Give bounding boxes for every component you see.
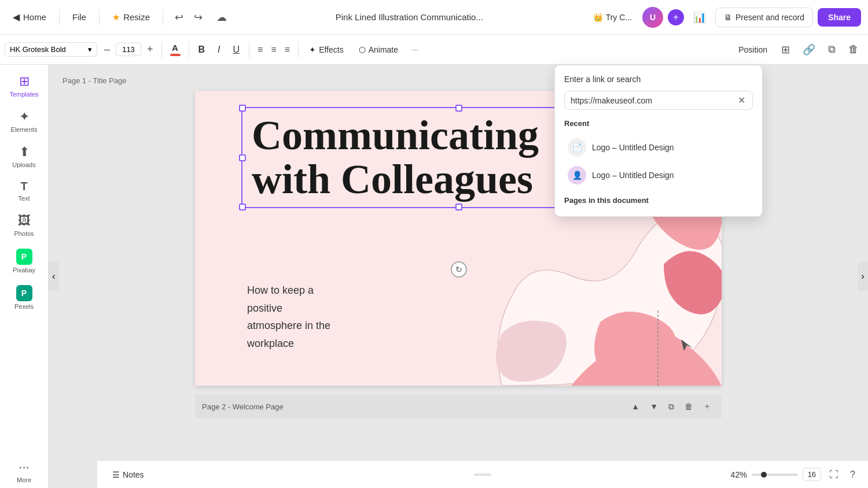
sidebar-item-label-more: More <box>17 476 31 483</box>
monitor-icon: 🖥 <box>724 13 732 22</box>
text-icon: T <box>20 180 27 193</box>
recent-section-title: Recent <box>564 119 753 128</box>
fullscreen-button[interactable]: ⛶ <box>826 467 842 482</box>
try-button[interactable]: 👑 Try C... <box>587 9 638 25</box>
delete-button[interactable]: 🗑 <box>844 41 863 58</box>
increase-size-button[interactable]: + <box>144 42 157 57</box>
zoom-track[interactable] <box>752 474 798 476</box>
share-button[interactable]: Share <box>818 8 861 27</box>
page2-area: Page 2 - Welcome Page ▲ ▼ ⧉ 🗑 ＋ <box>195 395 722 418</box>
sidebar-item-pixabay[interactable]: P Pixabay <box>3 244 46 278</box>
align-justify-button[interactable]: ≡ <box>281 42 293 57</box>
scroll-left[interactable]: ‹ <box>49 262 59 291</box>
notes-button[interactable]: ☰ Notes <box>106 467 150 482</box>
nav-divider <box>59 9 60 25</box>
sidebar-item-uploads[interactable]: ⬆ Uploads <box>3 140 46 173</box>
align-buttons: ≡ ≡ ≡ <box>254 42 293 57</box>
nav-divider2 <box>99 9 100 25</box>
star-icon: ★ <box>112 12 120 23</box>
subtitle-text: How to keep a positive atmosphere in the… <box>247 282 330 352</box>
sidebar-item-more[interactable]: ··· More <box>3 455 46 488</box>
undo-redo-group: ↩ ↪ <box>170 8 207 27</box>
toolbar-divider1 <box>161 42 162 58</box>
uploads-icon: ⬆ <box>19 145 30 160</box>
sidebar-item-text[interactable]: T Text <box>3 175 46 206</box>
handle-lm[interactable] <box>239 154 246 161</box>
handle-bm[interactable] <box>455 204 462 210</box>
file-button[interactable]: File <box>67 9 92 25</box>
home-button[interactable]: ◀ Home <box>7 8 52 26</box>
recent-item-2[interactable]: 👤 Logo – Untitled Design <box>564 161 753 189</box>
analytics-button[interactable]: 📊 <box>689 8 711 27</box>
decrease-size-button[interactable]: – <box>101 42 113 57</box>
help-button[interactable]: ? <box>847 467 859 482</box>
handle-tl[interactable] <box>239 105 246 112</box>
page-add-button[interactable]: ＋ <box>700 400 715 413</box>
more-toolbar-button[interactable]: ··· <box>407 43 423 56</box>
font-selector[interactable]: HK Grotesk Bold ▾ <box>5 42 97 57</box>
scroll-right[interactable]: › <box>858 262 868 291</box>
link-button[interactable]: 🔗 <box>798 41 820 58</box>
recent-item-1[interactable]: 📄 Logo – Untitled Design <box>564 134 753 161</box>
text-color-button[interactable]: A <box>167 42 184 57</box>
handle-bl[interactable] <box>239 204 246 210</box>
toolbar-divider2 <box>189 42 189 58</box>
page-up-button[interactable]: ▲ <box>628 400 643 413</box>
page-down-button[interactable]: ▼ <box>646 400 661 413</box>
page2-label: Page 2 - Welcome Page <box>202 402 284 411</box>
zoom-level: 42% <box>731 470 747 479</box>
page-delete-button[interactable]: 🗑 <box>681 400 696 413</box>
link-input-row: ✕ <box>564 91 753 110</box>
recent-item-2-label: Logo – Untitled Design <box>592 171 674 180</box>
align-center-button[interactable]: ≡ <box>254 42 266 57</box>
page-controls: ▲ ▼ ⧉ 🗑 ＋ <box>628 400 715 413</box>
sidebar-item-pexels[interactable]: P Pexels <box>3 280 46 315</box>
color-bar <box>170 54 181 56</box>
add-collaborator-button[interactable]: + <box>668 9 684 25</box>
underline-button[interactable]: U <box>229 42 245 57</box>
link-clear-button[interactable]: ✕ <box>737 95 746 106</box>
animate-button[interactable]: ⬡ Animate <box>353 42 404 58</box>
sidebar: ⊞ Templates ✦ Elements ⬆ Uploads T Text … <box>0 65 49 488</box>
sidebar-item-photos[interactable]: 🖼 Photos <box>3 209 46 242</box>
grid-view-button[interactable]: ⊞ <box>777 41 795 58</box>
toolbar: HK Grotesk Bold ▾ – + A B I U ≡ ≡ ≡ ✦ Ef… <box>0 35 868 65</box>
notes-icon: ☰ <box>112 470 120 479</box>
recent-item-1-icon: 📄 <box>568 138 586 157</box>
page1-label: Page 1 - Title Page <box>62 76 127 85</box>
scroll-indicator <box>474 474 491 476</box>
link-dropdown-title: Enter a link or search <box>564 75 753 84</box>
page-duplicate-button[interactable]: ⧉ <box>665 400 678 413</box>
nav-divider3 <box>163 9 163 25</box>
sidebar-item-label-pexels: Pexels <box>14 303 34 310</box>
home-label: Home <box>23 12 46 22</box>
more-icon: ··· <box>19 460 29 475</box>
top-bar-left: ◀ Home File ★ Resize ↩ ↪ ☁ <box>7 8 231 27</box>
sidebar-item-label-photos: Photos <box>14 230 34 237</box>
effects-button[interactable]: ✦ Effects <box>303 42 350 58</box>
undo-button[interactable]: ↩ <box>170 8 188 27</box>
resize-button[interactable]: ★ Resize <box>106 9 156 26</box>
save-cloud-button[interactable]: ☁ <box>212 8 231 27</box>
present-record-button[interactable]: 🖥 Present and record <box>715 8 813 27</box>
animate-icon: ⬡ <box>359 45 366 54</box>
rotate-handle[interactable]: ↻ <box>451 261 467 278</box>
crown-icon: 👑 <box>593 13 603 22</box>
italic-button[interactable]: I <box>213 42 225 57</box>
sidebar-item-templates[interactable]: ⊞ Templates <box>3 69 46 102</box>
sidebar-item-elements[interactable]: ✦ Elements <box>3 105 46 138</box>
page-number-button[interactable]: 16 <box>803 468 821 481</box>
handle-tm[interactable] <box>455 105 462 112</box>
bold-button[interactable]: B <box>194 42 210 57</box>
templates-icon: ⊞ <box>19 74 30 89</box>
bottom-center <box>474 474 491 476</box>
avatar-area[interactable]: U <box>642 7 663 28</box>
redo-button[interactable]: ↪ <box>189 8 207 27</box>
link-dropdown: Enter a link or search ✕ Recent 📄 Logo –… <box>554 65 763 217</box>
sidebar-item-label-elements: Elements <box>11 126 38 133</box>
align-right-button[interactable]: ≡ <box>267 42 279 57</box>
font-size-input[interactable] <box>116 43 141 56</box>
position-button[interactable]: Position <box>733 42 773 58</box>
link-input[interactable] <box>571 96 733 105</box>
crop-button[interactable]: ⧉ <box>823 41 840 58</box>
